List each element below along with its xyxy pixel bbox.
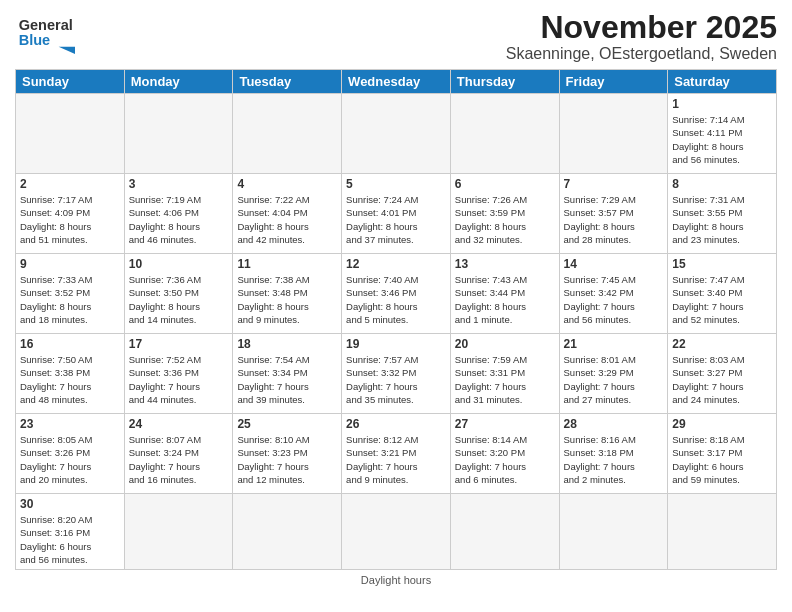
table-row bbox=[124, 94, 233, 174]
table-row: 3Sunrise: 7:19 AM Sunset: 4:06 PM Daylig… bbox=[124, 174, 233, 254]
table-row: 28Sunrise: 8:16 AM Sunset: 3:18 PM Dayli… bbox=[559, 414, 668, 494]
header-wednesday: Wednesday bbox=[342, 70, 451, 94]
day-number: 15 bbox=[672, 257, 772, 271]
table-row bbox=[16, 94, 125, 174]
location-subtitle: Skaenninge, OEstergoetland, Sweden bbox=[506, 45, 777, 63]
month-year-title: November 2025 bbox=[506, 10, 777, 45]
table-row: 1Sunrise: 7:14 AM Sunset: 4:11 PM Daylig… bbox=[668, 94, 777, 174]
day-info: Sunrise: 7:47 AM Sunset: 3:40 PM Dayligh… bbox=[672, 273, 772, 326]
table-row: 12Sunrise: 7:40 AM Sunset: 3:46 PM Dayli… bbox=[342, 254, 451, 334]
day-number: 21 bbox=[564, 337, 664, 351]
day-info: Sunrise: 7:52 AM Sunset: 3:36 PM Dayligh… bbox=[129, 353, 229, 406]
page: General Blue November 2025 Skaenninge, O… bbox=[0, 0, 792, 596]
day-info: Sunrise: 7:45 AM Sunset: 3:42 PM Dayligh… bbox=[564, 273, 664, 326]
day-number: 1 bbox=[672, 97, 772, 111]
header-tuesday: Tuesday bbox=[233, 70, 342, 94]
day-info: Sunrise: 7:43 AM Sunset: 3:44 PM Dayligh… bbox=[455, 273, 555, 326]
table-row: 30Sunrise: 8:20 AM Sunset: 3:16 PM Dayli… bbox=[16, 494, 125, 570]
day-number: 9 bbox=[20, 257, 120, 271]
header-sunday: Sunday bbox=[16, 70, 125, 94]
table-row: 13Sunrise: 7:43 AM Sunset: 3:44 PM Dayli… bbox=[450, 254, 559, 334]
calendar-week-row: 1Sunrise: 7:14 AM Sunset: 4:11 PM Daylig… bbox=[16, 94, 777, 174]
day-info: Sunrise: 8:03 AM Sunset: 3:27 PM Dayligh… bbox=[672, 353, 772, 406]
day-number: 14 bbox=[564, 257, 664, 271]
day-info: Sunrise: 8:16 AM Sunset: 3:18 PM Dayligh… bbox=[564, 433, 664, 486]
day-info: Sunrise: 8:20 AM Sunset: 3:16 PM Dayligh… bbox=[20, 513, 120, 566]
header-friday: Friday bbox=[559, 70, 668, 94]
day-info: Sunrise: 7:22 AM Sunset: 4:04 PM Dayligh… bbox=[237, 193, 337, 246]
svg-text:Blue: Blue bbox=[19, 32, 51, 48]
table-row: 6Sunrise: 7:26 AM Sunset: 3:59 PM Daylig… bbox=[450, 174, 559, 254]
day-info: Sunrise: 7:17 AM Sunset: 4:09 PM Dayligh… bbox=[20, 193, 120, 246]
day-info: Sunrise: 8:01 AM Sunset: 3:29 PM Dayligh… bbox=[564, 353, 664, 406]
day-number: 8 bbox=[672, 177, 772, 191]
day-info: Sunrise: 8:12 AM Sunset: 3:21 PM Dayligh… bbox=[346, 433, 446, 486]
table-row: 9Sunrise: 7:33 AM Sunset: 3:52 PM Daylig… bbox=[16, 254, 125, 334]
table-row: 8Sunrise: 7:31 AM Sunset: 3:55 PM Daylig… bbox=[668, 174, 777, 254]
svg-text:General: General bbox=[19, 17, 73, 33]
day-number: 27 bbox=[455, 417, 555, 431]
day-number: 7 bbox=[564, 177, 664, 191]
table-row: 4Sunrise: 7:22 AM Sunset: 4:04 PM Daylig… bbox=[233, 174, 342, 254]
day-number: 12 bbox=[346, 257, 446, 271]
table-row: 21Sunrise: 8:01 AM Sunset: 3:29 PM Dayli… bbox=[559, 334, 668, 414]
calendar-header-row: Sunday Monday Tuesday Wednesday Thursday… bbox=[16, 70, 777, 94]
day-number: 5 bbox=[346, 177, 446, 191]
table-row: 7Sunrise: 7:29 AM Sunset: 3:57 PM Daylig… bbox=[559, 174, 668, 254]
day-info: Sunrise: 8:14 AM Sunset: 3:20 PM Dayligh… bbox=[455, 433, 555, 486]
day-number: 23 bbox=[20, 417, 120, 431]
day-info: Sunrise: 8:05 AM Sunset: 3:26 PM Dayligh… bbox=[20, 433, 120, 486]
day-info: Sunrise: 7:36 AM Sunset: 3:50 PM Dayligh… bbox=[129, 273, 229, 326]
day-info: Sunrise: 7:19 AM Sunset: 4:06 PM Dayligh… bbox=[129, 193, 229, 246]
header-thursday: Thursday bbox=[450, 70, 559, 94]
header-saturday: Saturday bbox=[668, 70, 777, 94]
table-row: 15Sunrise: 7:47 AM Sunset: 3:40 PM Dayli… bbox=[668, 254, 777, 334]
day-info: Sunrise: 8:07 AM Sunset: 3:24 PM Dayligh… bbox=[129, 433, 229, 486]
day-number: 18 bbox=[237, 337, 337, 351]
day-info: Sunrise: 7:14 AM Sunset: 4:11 PM Dayligh… bbox=[672, 113, 772, 166]
day-info: Sunrise: 7:24 AM Sunset: 4:01 PM Dayligh… bbox=[346, 193, 446, 246]
table-row: 19Sunrise: 7:57 AM Sunset: 3:32 PM Dayli… bbox=[342, 334, 451, 414]
calendar-week-row: 9Sunrise: 7:33 AM Sunset: 3:52 PM Daylig… bbox=[16, 254, 777, 334]
table-row bbox=[450, 94, 559, 174]
day-number: 28 bbox=[564, 417, 664, 431]
calendar-week-row: 30Sunrise: 8:20 AM Sunset: 3:16 PM Dayli… bbox=[16, 494, 777, 570]
header-monday: Monday bbox=[124, 70, 233, 94]
logo-image: General Blue bbox=[15, 14, 95, 54]
day-info: Sunrise: 7:40 AM Sunset: 3:46 PM Dayligh… bbox=[346, 273, 446, 326]
day-info: Sunrise: 8:18 AM Sunset: 3:17 PM Dayligh… bbox=[672, 433, 772, 486]
day-number: 17 bbox=[129, 337, 229, 351]
day-number: 24 bbox=[129, 417, 229, 431]
logo: General Blue bbox=[15, 14, 95, 54]
table-row: 16Sunrise: 7:50 AM Sunset: 3:38 PM Dayli… bbox=[16, 334, 125, 414]
header: General Blue November 2025 Skaenninge, O… bbox=[15, 10, 777, 63]
table-row: 11Sunrise: 7:38 AM Sunset: 3:48 PM Dayli… bbox=[233, 254, 342, 334]
day-number: 2 bbox=[20, 177, 120, 191]
day-number: 13 bbox=[455, 257, 555, 271]
day-info: Sunrise: 7:50 AM Sunset: 3:38 PM Dayligh… bbox=[20, 353, 120, 406]
day-number: 10 bbox=[129, 257, 229, 271]
table-row bbox=[450, 494, 559, 570]
footer-note: Daylight hours bbox=[15, 574, 777, 586]
table-row bbox=[668, 494, 777, 570]
table-row: 24Sunrise: 8:07 AM Sunset: 3:24 PM Dayli… bbox=[124, 414, 233, 494]
day-info: Sunrise: 7:57 AM Sunset: 3:32 PM Dayligh… bbox=[346, 353, 446, 406]
table-row: 27Sunrise: 8:14 AM Sunset: 3:20 PM Dayli… bbox=[450, 414, 559, 494]
table-row bbox=[342, 494, 451, 570]
day-number: 29 bbox=[672, 417, 772, 431]
day-number: 4 bbox=[237, 177, 337, 191]
day-number: 16 bbox=[20, 337, 120, 351]
table-row: 26Sunrise: 8:12 AM Sunset: 3:21 PM Dayli… bbox=[342, 414, 451, 494]
day-number: 25 bbox=[237, 417, 337, 431]
day-number: 6 bbox=[455, 177, 555, 191]
calendar-table: Sunday Monday Tuesday Wednesday Thursday… bbox=[15, 69, 777, 570]
table-row: 29Sunrise: 8:18 AM Sunset: 3:17 PM Dayli… bbox=[668, 414, 777, 494]
day-info: Sunrise: 7:33 AM Sunset: 3:52 PM Dayligh… bbox=[20, 273, 120, 326]
day-info: Sunrise: 7:31 AM Sunset: 3:55 PM Dayligh… bbox=[672, 193, 772, 246]
calendar-week-row: 16Sunrise: 7:50 AM Sunset: 3:38 PM Dayli… bbox=[16, 334, 777, 414]
table-row bbox=[233, 494, 342, 570]
table-row: 2Sunrise: 7:17 AM Sunset: 4:09 PM Daylig… bbox=[16, 174, 125, 254]
day-info: Sunrise: 7:38 AM Sunset: 3:48 PM Dayligh… bbox=[237, 273, 337, 326]
table-row: 17Sunrise: 7:52 AM Sunset: 3:36 PM Dayli… bbox=[124, 334, 233, 414]
table-row: 5Sunrise: 7:24 AM Sunset: 4:01 PM Daylig… bbox=[342, 174, 451, 254]
